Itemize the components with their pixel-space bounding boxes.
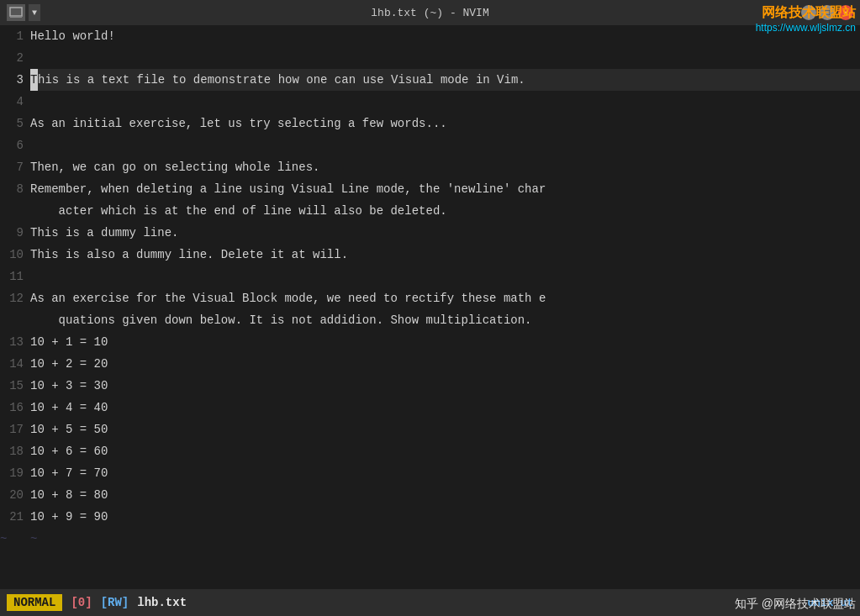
minimize-button[interactable]: – <box>801 5 816 20</box>
ln-13: 13 <box>0 331 30 353</box>
ln-9: 9 <box>0 222 30 244</box>
titlebar-dropdown[interactable]: ▼ <box>29 4 40 21</box>
code-line-18: 10 + 6 = 60 <box>30 440 860 462</box>
code-line-11 <box>30 266 860 287</box>
code-line-15: 10 + 3 = 30 <box>30 375 860 397</box>
status-right-info: unix ut <box>807 597 853 609</box>
statusbar: NORMAL [0] [RW] lhb.txt unix ut <box>0 589 860 616</box>
ln-2: 2 <box>0 47 30 69</box>
code-line-12cont: quations given down below. It is not add… <box>30 309 860 331</box>
ln-8cont <box>0 200 30 222</box>
ln-1: 1 <box>0 25 30 47</box>
code-line-5: As an initial exercise, let us try selec… <box>30 113 860 134</box>
code-line-10: This is also a dummy line. Delete it at … <box>30 244 860 266</box>
ln-12cont <box>0 309 30 331</box>
titlebar-title: lhb.txt (~) - NVIM <box>371 7 488 19</box>
maximize-button[interactable]: □ <box>820 5 835 20</box>
ln-16: 16 <box>0 397 30 419</box>
line-numbers: 1 2 3 4 5 6 7 8 9 10 11 12 13 14 15 16 1… <box>0 25 30 589</box>
ln-tilde: ~ <box>0 528 30 550</box>
titlebar: ▼ lhb.txt (~) - NVIM – □ ✕ <box>0 0 860 25</box>
ln-15: 15 <box>0 375 30 397</box>
ln-21: 21 <box>0 506 30 528</box>
cursor: T <box>30 69 38 91</box>
code-line-9: This is a dummy line. <box>30 222 860 244</box>
ln-11: 11 <box>0 266 30 287</box>
code-line-17: 10 + 5 = 50 <box>30 419 860 440</box>
ln-19: 19 <box>0 462 30 484</box>
code-line-7: Then, we can go on selecting whole lines… <box>30 156 860 178</box>
status-flag: [0] <box>71 596 92 609</box>
ln-6: 6 <box>0 134 30 156</box>
titlebar-left: ▼ <box>7 4 40 21</box>
code-line-2 <box>30 47 860 69</box>
ln-3: 3 <box>0 69 30 91</box>
close-button[interactable]: ✕ <box>838 5 853 20</box>
ln-5: 5 <box>0 113 30 134</box>
code-line-8cont: acter which is at the end of line will a… <box>30 200 860 222</box>
editor-area[interactable]: 1 2 3 4 5 6 7 8 9 10 11 12 13 14 15 16 1… <box>0 25 860 589</box>
status-mode: NORMAL <box>7 594 62 611</box>
code-line-3: This is a text file to demonstrate how o… <box>30 69 860 91</box>
ln-14: 14 <box>0 353 30 375</box>
code-line-4 <box>30 91 860 113</box>
ln-17: 17 <box>0 419 30 440</box>
code-line-19: 10 + 7 = 70 <box>30 462 860 484</box>
code-line-13: 10 + 1 = 10 <box>30 331 860 353</box>
ln-20: 20 <box>0 484 30 506</box>
editor-content[interactable]: Hello world! This is a text file to demo… <box>30 25 860 589</box>
svg-rect-1 <box>10 16 22 18</box>
titlebar-controls: – □ ✕ <box>801 5 853 20</box>
ln-8: 8 <box>0 178 30 200</box>
code-line-12: As an exercise for the Visual Block mode… <box>30 287 860 309</box>
code-line-8: Remember, when deleting a line using Vis… <box>30 178 860 200</box>
svg-rect-0 <box>10 8 22 16</box>
code-line-6 <box>30 134 860 156</box>
code-line-1: Hello world! <box>30 25 860 47</box>
app-icon[interactable] <box>7 4 25 21</box>
ln-4: 4 <box>0 91 30 113</box>
ln-10: 10 <box>0 244 30 266</box>
ln-7: 7 <box>0 156 30 178</box>
status-rw: [RW] <box>101 596 129 609</box>
code-line-14: 10 + 2 = 20 <box>30 353 860 375</box>
code-line-21: 10 + 9 = 90 <box>30 506 860 528</box>
tilde-line: ~ <box>30 528 860 550</box>
status-filename: lhb.txt <box>137 596 187 609</box>
code-line-16: 10 + 4 = 40 <box>30 397 860 419</box>
ln-12: 12 <box>0 287 30 309</box>
ln-18: 18 <box>0 440 30 462</box>
code-line-20: 10 + 8 = 80 <box>30 484 860 506</box>
